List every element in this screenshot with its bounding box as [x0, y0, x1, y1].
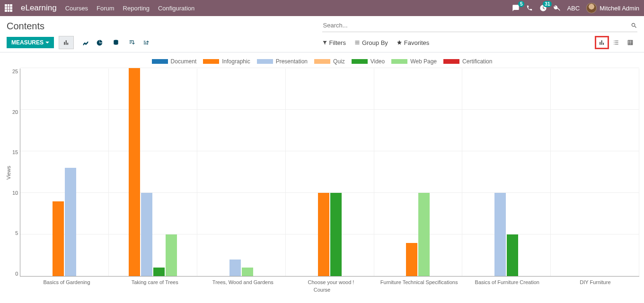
x-tick-label: Basics of Gardening — [23, 277, 111, 285]
nav-forum[interactable]: Forum — [97, 5, 115, 12]
stacked-button[interactable] — [109, 36, 123, 49]
bar[interactable] — [494, 193, 506, 276]
apps-menu-icon[interactable] — [5, 4, 12, 12]
bar[interactable] — [318, 193, 329, 276]
filter-icon — [322, 40, 327, 45]
groupby-label: Group By — [362, 39, 388, 46]
debug-icon[interactable] — [554, 5, 560, 11]
category-column — [109, 69, 197, 276]
page-title: Contents — [7, 21, 322, 32]
bar[interactable] — [129, 68, 140, 276]
company-switch[interactable]: ABC — [567, 5, 580, 12]
legend-label: Certification — [462, 58, 492, 65]
sort-desc-button[interactable] — [125, 36, 139, 49]
avatar — [586, 3, 597, 13]
chevron-down-icon — [45, 42, 49, 43]
y-axis: 2520151050 — [12, 69, 20, 277]
legend-label: Presentation — [276, 58, 308, 65]
pie-chart-button[interactable] — [93, 36, 107, 49]
legend-item[interactable]: Quiz — [314, 58, 345, 65]
legend-swatch — [152, 59, 168, 64]
bar[interactable] — [242, 268, 253, 276]
search-input[interactable] — [322, 20, 631, 31]
legend-swatch — [443, 59, 459, 64]
search-icon[interactable] — [631, 22, 637, 29]
x-tick-label: Choose your wood ! — [287, 277, 375, 285]
legend-label: Web Page — [410, 58, 437, 65]
nav-right: 5 31 ABC Mitchell Admin — [512, 3, 639, 13]
bar[interactable] — [53, 201, 64, 276]
legend-label: Quiz — [333, 58, 345, 65]
category-column — [462, 69, 551, 276]
category-column — [197, 69, 286, 276]
star-icon — [397, 40, 402, 45]
legend-item[interactable]: Certification — [443, 58, 492, 65]
measures-button[interactable]: MEASURES — [7, 37, 54, 48]
legend-label: Infographic — [222, 58, 250, 65]
bar[interactable] — [153, 268, 165, 276]
y-tick: 15 — [12, 149, 18, 155]
messages-badge: 5 — [518, 1, 525, 7]
bar[interactable] — [141, 193, 152, 276]
y-tick: 10 — [12, 190, 18, 196]
bar[interactable] — [166, 234, 177, 276]
graph-view-button[interactable] — [595, 36, 609, 49]
activities-icon[interactable]: 31 — [539, 4, 547, 12]
plot-area — [20, 69, 639, 277]
category-column — [20, 69, 109, 276]
legend-item[interactable]: Video — [352, 58, 385, 65]
legend-label: Video — [371, 58, 385, 65]
category-column — [551, 69, 639, 276]
bar[interactable] — [65, 168, 76, 276]
bar[interactable] — [418, 193, 430, 276]
search-wrap — [322, 20, 638, 32]
nav-courses[interactable]: Courses — [65, 5, 88, 12]
x-tick-label: DIY Furniture — [551, 277, 639, 285]
bar-chart-button[interactable] — [59, 36, 73, 49]
favorites-button[interactable]: Favorites — [397, 39, 429, 46]
legend-item[interactable]: Web Page — [391, 58, 437, 65]
list-view-button[interactable] — [609, 36, 623, 49]
line-chart-button[interactable] — [79, 36, 93, 49]
legend-swatch — [257, 59, 273, 64]
user-name: Mitchell Admin — [600, 5, 639, 12]
nav-left: eLearning Courses Forum Reporting Config… — [5, 3, 194, 13]
y-tick: 20 — [12, 109, 18, 115]
phone-icon[interactable] — [526, 5, 533, 11]
legend-swatch — [314, 59, 330, 64]
navbar: eLearning Courses Forum Reporting Config… — [0, 0, 644, 16]
x-axis-labels: Basics of GardeningTaking care of TreesT… — [23, 277, 639, 285]
control-panel: Contents MEASURES — [0, 16, 644, 52]
pivot-view-button[interactable] — [623, 36, 637, 49]
groupby-button[interactable]: Group By — [354, 39, 388, 46]
legend-swatch — [391, 59, 407, 64]
legend-swatch — [352, 59, 368, 64]
messages-icon[interactable]: 5 — [512, 4, 520, 12]
app-brand[interactable]: eLearning — [21, 3, 57, 13]
groupby-icon — [354, 40, 360, 45]
filters-button[interactable]: Filters — [322, 39, 346, 46]
bar[interactable] — [330, 193, 342, 276]
legend-swatch — [203, 59, 219, 64]
measures-label: MEASURES — [11, 39, 44, 46]
legend-item[interactable]: Infographic — [203, 58, 250, 65]
activities-badge: 31 — [543, 1, 552, 7]
legend-label: Document — [171, 58, 197, 65]
x-tick-label: Furniture Technical Specifications — [375, 277, 463, 285]
sort-asc-button[interactable] — [139, 36, 153, 49]
y-tick: 5 — [15, 230, 18, 236]
bar[interactable] — [507, 234, 518, 276]
user-menu[interactable]: Mitchell Admin — [586, 3, 639, 13]
legend-item[interactable]: Presentation — [257, 58, 308, 65]
category-column — [374, 69, 463, 276]
bar[interactable] — [406, 243, 417, 276]
x-tick-label: Trees, Wood and Gardens — [199, 277, 287, 285]
nav-configuration[interactable]: Configuration — [158, 5, 194, 12]
legend: DocumentInfographicPresentationQuizVideo… — [5, 58, 639, 65]
x-tick-label: Taking care of Trees — [111, 277, 199, 285]
x-axis-label: Course — [5, 287, 639, 293]
nav-reporting[interactable]: Reporting — [123, 5, 150, 12]
bar[interactable] — [229, 260, 241, 276]
legend-item[interactable]: Document — [152, 58, 197, 65]
favorites-label: Favorites — [404, 39, 429, 46]
